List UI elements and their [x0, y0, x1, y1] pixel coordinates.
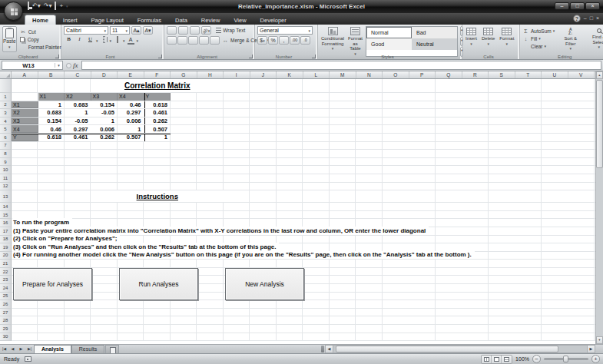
sheet-tab-analysis[interactable]: Analysis	[34, 345, 71, 353]
column-header-U[interactable]: U	[542, 71, 568, 78]
cell-E6[interactable]: 0.507	[118, 134, 144, 141]
align-top-button[interactable]	[167, 26, 177, 35]
column-header-A[interactable]: A	[12, 71, 38, 78]
autosum-button[interactable]: ΣAutoSum▾	[522, 28, 555, 35]
column-header-T[interactable]: T	[515, 71, 542, 78]
cell-C2[interactable]: 0.683	[65, 101, 91, 109]
clear-button[interactable]: Clear▾	[522, 43, 555, 50]
row-header-23[interactable]: 23	[0, 276, 12, 284]
increase-indent-button[interactable]	[210, 36, 220, 45]
column-header-N[interactable]: N	[356, 71, 383, 78]
row-header-15[interactable]: 15	[0, 211, 12, 220]
run-analyses-button[interactable]: Run Analyses	[119, 268, 198, 300]
prepare-for-analyses-button[interactable]: Prepare for Analyses	[13, 268, 92, 300]
comma-style-button[interactable]: ,	[279, 36, 289, 45]
row-header-21[interactable]: 21	[0, 260, 12, 268]
row-header-19[interactable]: 19	[0, 243, 12, 252]
column-header-M[interactable]: M	[330, 71, 356, 78]
matrix-row-header-X2[interactable]: X2	[12, 109, 38, 117]
row-header-blank[interactable]	[0, 79, 12, 93]
row-header-1[interactable]: 1	[0, 93, 12, 101]
page-layout-view-button[interactable]	[492, 356, 502, 363]
new-analysis-button[interactable]: New Analysis	[225, 268, 304, 300]
row-header-7[interactable]: 7	[0, 142, 12, 151]
vertical-scrollbar[interactable]: ▴ ▾	[595, 71, 603, 344]
row-header-24[interactable]: 24	[0, 284, 12, 293]
fx-icon[interactable]: fx	[73, 61, 78, 69]
column-header-I[interactable]: I	[224, 71, 250, 78]
shrink-font-button[interactable]: A▾	[143, 26, 153, 35]
column-header-L[interactable]: L	[303, 71, 330, 78]
cell-style-good[interactable]: Good	[366, 38, 412, 50]
normal-view-button[interactable]	[482, 356, 492, 363]
column-header-P[interactable]: P	[409, 71, 436, 78]
paste-button[interactable]: Paste▾	[2, 26, 17, 52]
column-header-J[interactable]: J	[250, 71, 277, 78]
row-header-5[interactable]: 5	[0, 125, 12, 134]
align-middle-button[interactable]	[178, 26, 188, 35]
row-header-9[interactable]: 9	[0, 158, 12, 167]
delete-cells-button[interactable]: Delete▾	[481, 27, 495, 47]
cell-C3[interactable]: 1	[65, 109, 91, 117]
matrix-row-header-X4[interactable]: X4	[12, 125, 38, 133]
scroll-up-icon[interactable]: ▴	[596, 71, 603, 79]
close-button[interactable]: ×	[585, 2, 600, 10]
cell-style-neutral[interactable]: Neutral	[412, 38, 457, 50]
matrix-row-header-X3[interactable]: X3	[12, 117, 38, 125]
sheet-tab-results[interactable]: Results	[71, 345, 104, 353]
ribbon-tab-insert[interactable]: Insert	[56, 15, 84, 25]
find-select-button[interactable]: Find & Select▾	[586, 26, 603, 52]
row-header-16[interactable]: 16	[0, 219, 12, 227]
column-header-F[interactable]: F	[144, 71, 171, 78]
column-header-O[interactable]: O	[383, 71, 409, 78]
align-bottom-button[interactable]	[190, 26, 200, 35]
alignment-dialog-launcher[interactable]	[249, 55, 253, 58]
matrix-row-header-Y[interactable]: Y	[12, 134, 38, 141]
ribbon-tab-developer[interactable]: Developer	[253, 15, 293, 25]
cell-B4[interactable]: 0.154	[38, 117, 65, 125]
record-macro-icon[interactable]	[25, 356, 31, 362]
maximize-button[interactable]: □	[570, 2, 585, 10]
row-header-2[interactable]: 2	[0, 101, 12, 110]
cell-B3[interactable]: 0.683	[38, 109, 65, 117]
borders-button[interactable]	[99, 36, 109, 45]
ribbon-tab-page-layout[interactable]: Page Layout	[84, 15, 131, 25]
row-header-4[interactable]: 4	[0, 117, 12, 126]
column-header-D[interactable]: D	[91, 71, 118, 78]
matrix-col-header-X2[interactable]: X2	[65, 93, 91, 101]
column-header-S[interactable]: S	[489, 71, 515, 78]
sort-filter-button[interactable]: AZ↓ Sort & Filter▾	[558, 26, 583, 52]
fill-color-button[interactable]	[112, 36, 122, 45]
cell-E4[interactable]: 0.006	[118, 117, 144, 125]
format-as-table-button[interactable]: Format as Table▾	[347, 26, 363, 57]
cell-style-bad[interactable]: Bad	[412, 27, 457, 38]
tab-split-handle[interactable]	[321, 346, 324, 352]
font-dialog-launcher[interactable]	[158, 55, 162, 58]
column-header-Q[interactable]: Q	[436, 71, 462, 78]
decrease-decimal-button[interactable]: .0	[300, 36, 310, 45]
cell-C4[interactable]: -0.05	[65, 117, 91, 125]
cell-D4[interactable]: 1	[91, 117, 118, 125]
scroll-right-icon[interactable]: ▶	[587, 345, 595, 353]
row-header-28[interactable]: 28	[0, 316, 12, 325]
column-header-V[interactable]: V	[568, 71, 595, 78]
vertical-scroll-track[interactable]	[596, 169, 603, 336]
align-center-button[interactable]	[177, 36, 187, 45]
column-header-C[interactable]: C	[65, 71, 91, 78]
cell-F3[interactable]: 0.461	[144, 109, 171, 117]
cell-E2[interactable]: 0.46	[118, 101, 144, 109]
format-cells-button[interactable]: Format▾	[499, 27, 515, 47]
formula-input[interactable]	[81, 61, 602, 70]
name-box[interactable]: W13 ▾	[2, 61, 63, 70]
scroll-left-icon[interactable]: ◀	[325, 345, 333, 353]
percent-style-button[interactable]: %	[268, 36, 278, 45]
row-header-3[interactable]: 3	[0, 109, 12, 117]
row-header-27[interactable]: 27	[0, 309, 12, 317]
row-header-13[interactable]: 13	[0, 190, 12, 203]
number-format-select[interactable]: General▾	[257, 26, 313, 35]
zoom-slider-thumb[interactable]	[563, 356, 568, 362]
copy-button[interactable]: Copy	[20, 36, 61, 43]
cell-B2[interactable]: 1	[38, 101, 65, 109]
column-header-G[interactable]: G	[171, 71, 197, 78]
row-header-20[interactable]: 20	[0, 252, 12, 260]
